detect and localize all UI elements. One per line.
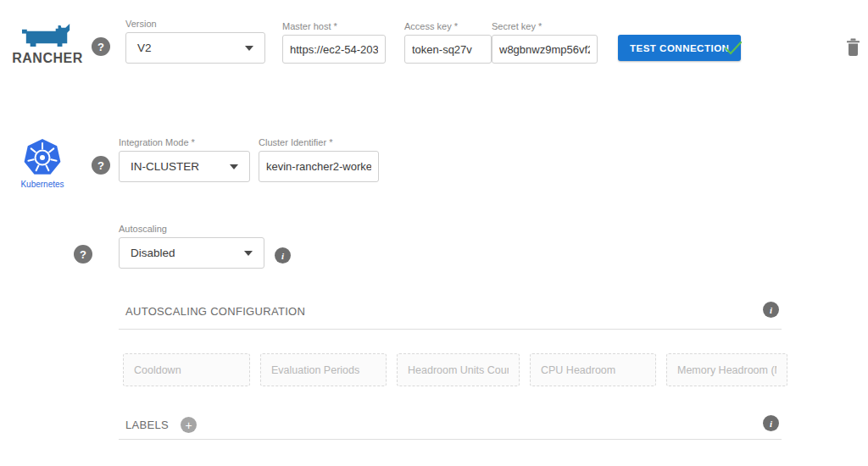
autoscaling-configuration-heading: AUTOSCALING CONFIGURATION	[125, 305, 305, 318]
version-select[interactable]: V2	[125, 32, 265, 64]
integration-settings-page: RANCHER ? Version V2 Master host * Acces…	[0, 0, 868, 466]
integration-mode-select[interactable]: IN-CLUSTER	[119, 151, 250, 182]
integration-mode-field: Integration Mode * IN-CLUSTER	[119, 137, 250, 182]
cpu-headroom-input	[530, 353, 656, 386]
help-glyph: ?	[97, 159, 104, 172]
kubernetes-helm-icon	[22, 137, 63, 178]
headroom-units-count-input	[397, 353, 520, 386]
info-icon[interactable]: i	[275, 247, 291, 264]
memory-headroom-input	[666, 353, 787, 386]
cluster-identifier-field: Cluster Identifier *	[259, 137, 379, 182]
rancher-logo-text: RANCHER	[12, 51, 83, 66]
master-host-field: Master host *	[282, 21, 386, 64]
autoscaling-label: Autoscaling	[119, 224, 264, 234]
chevron-down-icon	[245, 46, 253, 51]
help-icon[interactable]: ?	[92, 156, 110, 175]
connection-success-check-icon	[723, 40, 743, 57]
delete-trash-icon[interactable]	[846, 38, 860, 57]
chevron-down-icon	[244, 251, 253, 256]
autoscaling-field: Autoscaling Disabled	[119, 224, 264, 269]
info-icon[interactable]: i	[763, 302, 779, 318]
secret-key-field: Secret key *	[492, 21, 598, 64]
labels-heading: LABELS	[125, 419, 169, 431]
cluster-identifier-input[interactable]	[259, 151, 379, 182]
autoscaling-value: Disabled	[131, 247, 175, 259]
section-divider	[119, 439, 782, 440]
master-host-label: Master host *	[282, 21, 386, 31]
access-key-input[interactable]	[404, 35, 492, 64]
plus-icon: +	[185, 419, 192, 432]
info-glyph: i	[770, 305, 772, 315]
cooldown-input	[123, 353, 250, 386]
autoscaling-config-fields-row	[123, 353, 787, 386]
evaluation-periods-input	[260, 353, 387, 386]
autoscaling-select[interactable]: Disabled	[119, 237, 264, 269]
access-key-label: Access key *	[404, 21, 492, 31]
info-glyph: i	[770, 419, 772, 429]
help-glyph: ?	[97, 41, 104, 53]
secret-key-input[interactable]	[492, 35, 598, 64]
info-glyph: i	[281, 251, 284, 261]
kubernetes-logo: Kubernetes	[12, 137, 73, 189]
access-key-field: Access key *	[404, 21, 492, 64]
kubernetes-logo-text: Kubernetes	[20, 180, 64, 189]
integration-mode-label: Integration Mode *	[119, 137, 250, 147]
help-glyph: ?	[80, 248, 86, 261]
secret-key-label: Secret key *	[492, 21, 598, 31]
info-icon[interactable]: i	[763, 415, 779, 431]
rancher-logo: RANCHER	[8, 22, 86, 66]
cluster-identifier-label: Cluster Identifier *	[259, 137, 379, 147]
help-icon[interactable]: ?	[92, 37, 110, 56]
rancher-bull-icon	[21, 22, 74, 50]
master-host-input[interactable]	[282, 35, 386, 64]
version-field: Version V2	[125, 19, 265, 64]
version-label: Version	[125, 19, 265, 29]
section-divider	[119, 329, 782, 330]
help-icon[interactable]: ?	[74, 245, 92, 264]
version-value: V2	[137, 42, 152, 54]
add-label-button[interactable]: +	[181, 417, 197, 433]
integration-mode-value: IN-CLUSTER	[131, 160, 199, 173]
chevron-down-icon	[230, 164, 238, 169]
